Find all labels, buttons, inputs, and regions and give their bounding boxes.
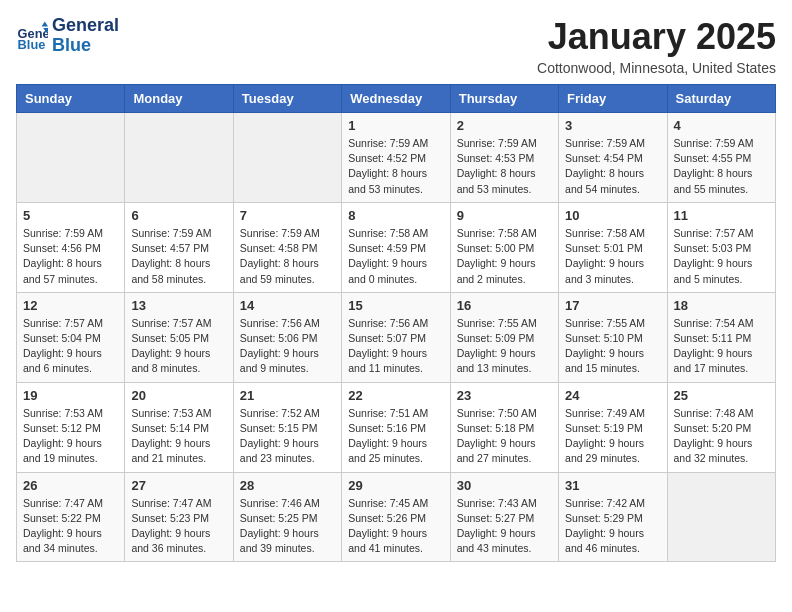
day-number: 10: [565, 208, 660, 223]
calendar-cell: 27Sunrise: 7:47 AM Sunset: 5:23 PM Dayli…: [125, 472, 233, 562]
day-number: 29: [348, 478, 443, 493]
calendar-cell: 16Sunrise: 7:55 AM Sunset: 5:09 PM Dayli…: [450, 292, 558, 382]
calendar-cell: 15Sunrise: 7:56 AM Sunset: 5:07 PM Dayli…: [342, 292, 450, 382]
calendar-week-4: 19Sunrise: 7:53 AM Sunset: 5:12 PM Dayli…: [17, 382, 776, 472]
calendar-cell: 4Sunrise: 7:59 AM Sunset: 4:55 PM Daylig…: [667, 113, 775, 203]
day-number: 7: [240, 208, 335, 223]
day-info: Sunrise: 7:45 AM Sunset: 5:26 PM Dayligh…: [348, 496, 443, 557]
day-number: 27: [131, 478, 226, 493]
svg-text:Blue: Blue: [18, 37, 46, 52]
calendar-cell: 25Sunrise: 7:48 AM Sunset: 5:20 PM Dayli…: [667, 382, 775, 472]
calendar-cell: 18Sunrise: 7:54 AM Sunset: 5:11 PM Dayli…: [667, 292, 775, 382]
day-info: Sunrise: 7:55 AM Sunset: 5:09 PM Dayligh…: [457, 316, 552, 377]
location: Cottonwood, Minnesota, United States: [537, 60, 776, 76]
day-info: Sunrise: 7:56 AM Sunset: 5:07 PM Dayligh…: [348, 316, 443, 377]
calendar-cell: [233, 113, 341, 203]
day-number: 4: [674, 118, 769, 133]
day-info: Sunrise: 7:47 AM Sunset: 5:23 PM Dayligh…: [131, 496, 226, 557]
calendar-cell: 8Sunrise: 7:58 AM Sunset: 4:59 PM Daylig…: [342, 202, 450, 292]
calendar-cell: 22Sunrise: 7:51 AM Sunset: 5:16 PM Dayli…: [342, 382, 450, 472]
day-number: 12: [23, 298, 118, 313]
calendar-cell: 17Sunrise: 7:55 AM Sunset: 5:10 PM Dayli…: [559, 292, 667, 382]
calendar-table: SundayMondayTuesdayWednesdayThursdayFrid…: [16, 84, 776, 562]
day-number: 28: [240, 478, 335, 493]
logo: General Blue General Blue: [16, 16, 119, 56]
calendar-cell: 7Sunrise: 7:59 AM Sunset: 4:58 PM Daylig…: [233, 202, 341, 292]
day-info: Sunrise: 7:59 AM Sunset: 4:53 PM Dayligh…: [457, 136, 552, 197]
calendar-body: 1Sunrise: 7:59 AM Sunset: 4:52 PM Daylig…: [17, 113, 776, 562]
day-number: 2: [457, 118, 552, 133]
day-number: 19: [23, 388, 118, 403]
day-number: 1: [348, 118, 443, 133]
day-info: Sunrise: 7:57 AM Sunset: 5:04 PM Dayligh…: [23, 316, 118, 377]
calendar-cell: 30Sunrise: 7:43 AM Sunset: 5:27 PM Dayli…: [450, 472, 558, 562]
day-info: Sunrise: 7:53 AM Sunset: 5:14 PM Dayligh…: [131, 406, 226, 467]
calendar-week-1: 1Sunrise: 7:59 AM Sunset: 4:52 PM Daylig…: [17, 113, 776, 203]
calendar-cell: 31Sunrise: 7:42 AM Sunset: 5:29 PM Dayli…: [559, 472, 667, 562]
day-number: 18: [674, 298, 769, 313]
calendar-cell: 21Sunrise: 7:52 AM Sunset: 5:15 PM Dayli…: [233, 382, 341, 472]
day-number: 20: [131, 388, 226, 403]
day-info: Sunrise: 7:59 AM Sunset: 4:55 PM Dayligh…: [674, 136, 769, 197]
title-block: January 2025 Cottonwood, Minnesota, Unit…: [537, 16, 776, 76]
day-info: Sunrise: 7:56 AM Sunset: 5:06 PM Dayligh…: [240, 316, 335, 377]
day-info: Sunrise: 7:57 AM Sunset: 5:03 PM Dayligh…: [674, 226, 769, 287]
day-number: 6: [131, 208, 226, 223]
logo-text2: Blue: [52, 36, 119, 56]
day-number: 16: [457, 298, 552, 313]
page-header: General Blue General Blue January 2025 C…: [16, 16, 776, 76]
day-info: Sunrise: 7:59 AM Sunset: 4:56 PM Dayligh…: [23, 226, 118, 287]
calendar-cell: [125, 113, 233, 203]
day-number: 5: [23, 208, 118, 223]
day-number: 31: [565, 478, 660, 493]
calendar-cell: 3Sunrise: 7:59 AM Sunset: 4:54 PM Daylig…: [559, 113, 667, 203]
calendar-week-5: 26Sunrise: 7:47 AM Sunset: 5:22 PM Dayli…: [17, 472, 776, 562]
day-number: 11: [674, 208, 769, 223]
day-info: Sunrise: 7:48 AM Sunset: 5:20 PM Dayligh…: [674, 406, 769, 467]
day-info: Sunrise: 7:53 AM Sunset: 5:12 PM Dayligh…: [23, 406, 118, 467]
day-info: Sunrise: 7:59 AM Sunset: 4:58 PM Dayligh…: [240, 226, 335, 287]
day-info: Sunrise: 7:59 AM Sunset: 4:57 PM Dayligh…: [131, 226, 226, 287]
calendar-cell: 10Sunrise: 7:58 AM Sunset: 5:01 PM Dayli…: [559, 202, 667, 292]
day-info: Sunrise: 7:58 AM Sunset: 5:00 PM Dayligh…: [457, 226, 552, 287]
weekday-friday: Friday: [559, 85, 667, 113]
calendar-cell: 9Sunrise: 7:58 AM Sunset: 5:00 PM Daylig…: [450, 202, 558, 292]
day-number: 17: [565, 298, 660, 313]
day-info: Sunrise: 7:52 AM Sunset: 5:15 PM Dayligh…: [240, 406, 335, 467]
svg-marker-2: [42, 21, 48, 26]
day-info: Sunrise: 7:59 AM Sunset: 4:54 PM Dayligh…: [565, 136, 660, 197]
calendar-week-3: 12Sunrise: 7:57 AM Sunset: 5:04 PM Dayli…: [17, 292, 776, 382]
day-number: 30: [457, 478, 552, 493]
weekday-sunday: Sunday: [17, 85, 125, 113]
day-info: Sunrise: 7:43 AM Sunset: 5:27 PM Dayligh…: [457, 496, 552, 557]
day-info: Sunrise: 7:55 AM Sunset: 5:10 PM Dayligh…: [565, 316, 660, 377]
day-info: Sunrise: 7:47 AM Sunset: 5:22 PM Dayligh…: [23, 496, 118, 557]
day-number: 3: [565, 118, 660, 133]
day-info: Sunrise: 7:42 AM Sunset: 5:29 PM Dayligh…: [565, 496, 660, 557]
calendar-cell: [17, 113, 125, 203]
day-info: Sunrise: 7:57 AM Sunset: 5:05 PM Dayligh…: [131, 316, 226, 377]
weekday-monday: Monday: [125, 85, 233, 113]
calendar-cell: 14Sunrise: 7:56 AM Sunset: 5:06 PM Dayli…: [233, 292, 341, 382]
day-number: 22: [348, 388, 443, 403]
day-number: 23: [457, 388, 552, 403]
logo-icon: General Blue: [16, 20, 48, 52]
calendar-week-2: 5Sunrise: 7:59 AM Sunset: 4:56 PM Daylig…: [17, 202, 776, 292]
day-info: Sunrise: 7:46 AM Sunset: 5:25 PM Dayligh…: [240, 496, 335, 557]
day-number: 26: [23, 478, 118, 493]
calendar-cell: 1Sunrise: 7:59 AM Sunset: 4:52 PM Daylig…: [342, 113, 450, 203]
weekday-saturday: Saturday: [667, 85, 775, 113]
calendar-cell: 28Sunrise: 7:46 AM Sunset: 5:25 PM Dayli…: [233, 472, 341, 562]
calendar-cell: [667, 472, 775, 562]
day-number: 9: [457, 208, 552, 223]
weekday-wednesday: Wednesday: [342, 85, 450, 113]
calendar-cell: 20Sunrise: 7:53 AM Sunset: 5:14 PM Dayli…: [125, 382, 233, 472]
day-info: Sunrise: 7:49 AM Sunset: 5:19 PM Dayligh…: [565, 406, 660, 467]
calendar-cell: 13Sunrise: 7:57 AM Sunset: 5:05 PM Dayli…: [125, 292, 233, 382]
calendar-cell: 24Sunrise: 7:49 AM Sunset: 5:19 PM Dayli…: [559, 382, 667, 472]
day-info: Sunrise: 7:58 AM Sunset: 5:01 PM Dayligh…: [565, 226, 660, 287]
day-info: Sunrise: 7:50 AM Sunset: 5:18 PM Dayligh…: [457, 406, 552, 467]
calendar-cell: 26Sunrise: 7:47 AM Sunset: 5:22 PM Dayli…: [17, 472, 125, 562]
day-info: Sunrise: 7:51 AM Sunset: 5:16 PM Dayligh…: [348, 406, 443, 467]
month-title: January 2025: [537, 16, 776, 58]
